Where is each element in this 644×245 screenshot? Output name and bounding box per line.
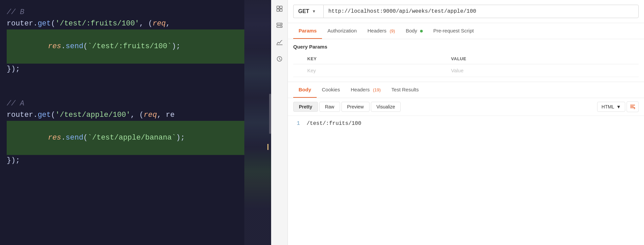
svg-rect-0 (277, 6, 279, 8)
code-token: , (166, 18, 170, 29)
method-label: GET (298, 8, 309, 14)
html-format-select[interactable]: HTML ▼ (597, 102, 625, 112)
box-icon[interactable] (274, 3, 285, 14)
code-token: , re (157, 109, 175, 121)
tab-body[interactable]: Body (400, 23, 428, 39)
code-line: router.get('/test/:fruits/100', (req, (7, 18, 244, 29)
postman-panel: GET ▼ Params Authorization Headers (9) B… (271, 0, 644, 245)
params-table: KEY VALUE Key Value (293, 54, 639, 77)
code-token: req (144, 109, 157, 121)
server-icon[interactable] (274, 20, 285, 31)
code-token: ); (176, 134, 185, 142)
code-token: router. (7, 18, 37, 29)
response-headers-badge: (19) (372, 87, 381, 92)
code-token: ); (172, 42, 180, 51)
headers-badge: (9) (389, 28, 395, 33)
query-params-title: Query Params (293, 44, 639, 50)
response-tab-cookies[interactable]: Cookies (317, 82, 345, 98)
html-format-label: HTML (601, 104, 614, 109)
code-token: ( (51, 18, 55, 29)
tab-headers-label: Headers (368, 28, 387, 33)
request-tabs: Params Authorization Headers (9) Body Pr… (288, 23, 644, 39)
svg-point-7 (280, 26, 281, 27)
row-checkbox (293, 64, 303, 77)
code-token: res (48, 134, 61, 142)
svg-point-6 (280, 24, 281, 24)
code-line-highlighted: res.send(`/test/apple/banana`); (7, 121, 244, 155)
url-bar: GET ▼ (288, 0, 644, 23)
response-section: Body Cookies Headers (19) Test Results P… (288, 82, 644, 131)
chevron-down-icon: ▼ (312, 9, 316, 14)
scrollbar-track[interactable] (268, 0, 271, 245)
tab-body-label: Body (406, 28, 417, 33)
svg-rect-1 (280, 6, 282, 8)
code-editor: // B router.get('/test/:fruits/100', (re… (0, 0, 271, 245)
code-token: . (61, 42, 66, 51)
response-tab-headers-label: Headers (351, 87, 370, 92)
code-token: send (66, 134, 83, 142)
tab-params[interactable]: Params (293, 23, 322, 39)
code-token: get (37, 109, 51, 121)
code-line: }); (7, 155, 244, 166)
wrap-button[interactable] (627, 101, 639, 112)
code-token: `/test/apple/banana` (88, 134, 176, 142)
code-line (7, 87, 244, 98)
response-tab-cookies-label: Cookies (322, 87, 340, 92)
history-icon[interactable] (274, 54, 285, 64)
code-line (7, 75, 244, 87)
svg-rect-2 (277, 9, 279, 11)
code-token: . (61, 134, 66, 142)
key-cell[interactable]: Key (303, 64, 447, 77)
code-line: // B (7, 7, 244, 18)
visualize-button[interactable]: Visualize (371, 102, 401, 112)
query-params-section: Query Params KEY VALUE Key Value (288, 39, 644, 82)
response-tab-body-label: Body (299, 87, 311, 92)
code-line: }); (7, 64, 244, 75)
format-toolbar: Pretty Raw Preview Visualize HTML ▼ (288, 98, 644, 116)
raw-button[interactable]: Raw (319, 102, 340, 112)
code-token: , ( (131, 109, 144, 121)
code-token: ( (83, 42, 88, 51)
body-dot-indicator (420, 30, 423, 32)
postman-main-content: GET ▼ Params Authorization Headers (9) B… (288, 0, 644, 245)
html-chevron-icon: ▼ (616, 104, 621, 109)
response-tab-body[interactable]: Body (293, 82, 317, 98)
code-token: '/test/:fruits/100' (55, 18, 139, 29)
tab-headers[interactable]: Headers (9) (362, 23, 400, 39)
url-input[interactable] (323, 5, 639, 18)
checkbox-col-header (293, 54, 303, 64)
response-tab-headers[interactable]: Headers (19) (345, 82, 386, 98)
svg-rect-8 (276, 45, 283, 45)
svg-rect-4 (277, 23, 282, 25)
code-line: // A (7, 98, 244, 109)
chart-icon[interactable] (274, 37, 285, 48)
preview-button[interactable]: Preview (341, 102, 370, 112)
line-number: 1 (293, 120, 300, 127)
code-token: , ( (139, 18, 153, 29)
minimap-highlight (244, 0, 271, 245)
code-token: `/test/:fruits/100` (88, 42, 172, 51)
tab-params-label: Params (299, 28, 317, 33)
method-dropdown[interactable]: GET ▼ (293, 5, 323, 18)
scrollbar-thumb[interactable] (269, 94, 271, 134)
code-content: // B router.get('/test/:fruits/100', (re… (0, 0, 244, 245)
code-token: }); (7, 155, 20, 166)
response-tabs: Body Cookies Headers (19) Test Results (288, 82, 644, 98)
table-row: Key Value (293, 64, 639, 77)
tab-pre-request-label: Pre-request Script (433, 28, 474, 33)
tab-authorization[interactable]: Authorization (322, 23, 362, 39)
code-token: get (37, 18, 51, 29)
code-token: ( (51, 109, 55, 121)
code-token: req (153, 18, 166, 29)
code-token: router. (7, 109, 37, 121)
code-token: '/test/apple/100' (55, 109, 130, 121)
pretty-button[interactable]: Pretty (293, 102, 318, 112)
value-cell[interactable]: Value (447, 64, 639, 77)
code-line: router.get('/test/apple/100', (req, re (7, 109, 244, 121)
response-body: 1 /test/:fruits/100 (288, 116, 644, 131)
key-column-header: KEY (303, 54, 447, 64)
svg-rect-3 (280, 9, 282, 11)
response-tab-test-results[interactable]: Test Results (386, 82, 424, 98)
value-column-header: VALUE (447, 54, 639, 64)
tab-pre-request-script[interactable]: Pre-request Script (428, 23, 479, 39)
